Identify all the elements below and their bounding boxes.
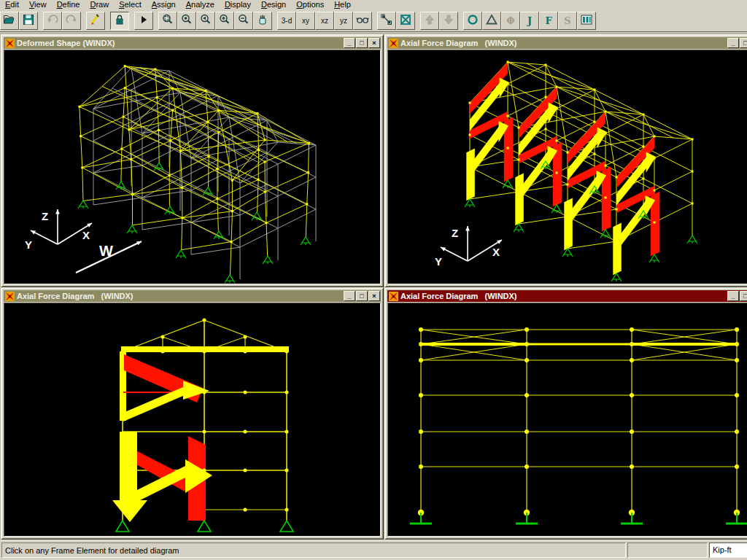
sap2000-app-icon	[5, 292, 15, 301]
maximize-icon[interactable]: □	[740, 38, 747, 48]
axial-force-3d-viewport[interactable]: ZXY	[387, 50, 747, 284]
frame-label-label: F	[545, 15, 551, 26]
show-tables-button[interactable]	[577, 12, 596, 30]
rubber-band-zoom-button[interactable]	[158, 12, 177, 30]
restore-full-view-button[interactable]	[177, 12, 196, 30]
axial-force-elevation-viewport[interactable]	[4, 303, 381, 537]
status-message: Click on any Frame Element for detailed …	[1, 542, 626, 558]
padlock-icon	[113, 13, 126, 28]
menu-edit[interactable]: Edit	[0, 0, 24, 9]
shell-label-button[interactable]: S	[558, 12, 577, 30]
move-down-in-list-button[interactable]	[439, 12, 458, 30]
titlebar[interactable]: Axial Force Diagram (WINDX) _ □ ×	[387, 37, 747, 49]
sap2000-app-icon	[5, 39, 15, 48]
floppy-icon	[22, 13, 35, 28]
window-title: Axial Force Diagram (WINDX)	[400, 292, 727, 300]
assign-frame-button[interactable]	[482, 12, 501, 30]
circle-icon	[466, 13, 479, 28]
shell-label-label: S	[564, 15, 570, 26]
magnifier-minus-icon	[237, 13, 250, 28]
minimize-icon[interactable]: _	[344, 291, 355, 301]
view-xz-button[interactable]: xz	[315, 12, 334, 30]
window-axial-force-elevation-2: Axial Force Diagram (WINDX) _ □ ×	[384, 287, 747, 540]
maximize-icon[interactable]: □	[356, 291, 368, 301]
mdi-workspace: Deformed Shape (WINDX) _ □ × ZXYW Axial …	[0, 33, 747, 540]
x-box-icon	[399, 13, 412, 28]
svg-text:Y: Y	[25, 238, 32, 251]
menu-select[interactable]: Select	[114, 0, 147, 9]
window-axial-force-elevation: Axial Force Diagram (WINDX) _ □ ×	[1, 287, 384, 540]
perspective-toggle-button[interactable]	[353, 12, 372, 30]
menu-draw[interactable]: Draw	[85, 0, 114, 9]
magnifier-back-icon	[199, 13, 212, 28]
toolbar: 3-dxyxzyz ΦJFS	[0, 10, 747, 32]
view-3d-label: 3-d	[282, 17, 292, 25]
svg-text:Y: Y	[435, 255, 442, 268]
window-deformed-shape: Deformed Shape (WINDX) _ □ × ZXYW	[1, 34, 384, 287]
maximize-icon[interactable]: □	[740, 291, 747, 301]
pan-button[interactable]	[253, 12, 272, 30]
svg-text:X: X	[492, 246, 500, 258]
open-model-button[interactable]	[0, 12, 19, 30]
shrink-elements-button[interactable]	[377, 12, 396, 30]
titlebar[interactable]: Axial Force Diagram (WINDX) _ □ ×	[4, 290, 381, 302]
close-icon[interactable]: ×	[368, 38, 380, 48]
close-icon[interactable]: ×	[368, 291, 380, 301]
lock-model-button[interactable]	[110, 12, 129, 30]
arrow-up-icon	[423, 13, 436, 28]
menu-design[interactable]: Design	[256, 0, 291, 9]
redo-arrow-icon	[65, 13, 78, 28]
svg-text:X: X	[82, 229, 90, 241]
view-3d-button[interactable]: 3-d	[277, 12, 296, 30]
sap2000-app-icon	[389, 39, 398, 48]
move-up-in-list-button[interactable]	[420, 12, 439, 30]
menu-help[interactable]: Help	[329, 0, 356, 9]
set-elements-button[interactable]	[396, 12, 415, 30]
view-xz-label: xz	[321, 17, 328, 25]
run-triangle-icon	[137, 13, 150, 28]
grid-icon	[580, 13, 593, 28]
previous-zoom-button[interactable]	[196, 12, 215, 30]
menu-display[interactable]: Display	[220, 0, 256, 9]
folder-open-icon	[3, 13, 16, 28]
view-yz-label: yz	[340, 17, 347, 25]
minimize-icon[interactable]: _	[727, 38, 739, 48]
save-model-button[interactable]	[19, 12, 38, 30]
assign-shell-button[interactable]: Φ	[501, 12, 520, 30]
minimize-icon[interactable]: _	[344, 38, 355, 48]
redo-button[interactable]	[62, 12, 81, 30]
deformed-shape-viewport[interactable]: ZXYW	[4, 50, 381, 284]
zoom-in-button[interactable]	[215, 12, 234, 30]
view-xy-button[interactable]: xy	[296, 12, 315, 30]
units-dropdown[interactable]: Kip-ft	[709, 542, 747, 558]
menu-assign[interactable]: Assign	[147, 0, 181, 9]
draw-mode-button[interactable]	[86, 12, 105, 30]
application-window: EditViewDefineDrawSelectAssignAnalyzeDis…	[0, 0, 747, 560]
pencil-icon	[89, 13, 102, 28]
minimize-icon[interactable]: _	[727, 291, 739, 301]
glasses-icon	[356, 13, 369, 28]
view-yz-button[interactable]: yz	[334, 12, 353, 30]
status-bar: Click on any Frame Element for detailed …	[0, 540, 747, 560]
menu-view[interactable]: View	[24, 0, 52, 9]
view-xy-label: xy	[302, 17, 309, 25]
titlebar[interactable]: Deformed Shape (WINDX) _ □ ×	[4, 37, 381, 49]
menu-options[interactable]: Options	[291, 0, 329, 9]
menu-define[interactable]: Define	[52, 0, 85, 9]
maximize-icon[interactable]: □	[356, 38, 368, 48]
joint-label-button[interactable]: J	[520, 12, 539, 30]
undo-button[interactable]	[43, 12, 62, 30]
svg-text:Z: Z	[42, 210, 48, 222]
triangle-icon	[485, 13, 498, 28]
run-analysis-button[interactable]	[134, 12, 153, 30]
hand-icon	[256, 13, 269, 28]
titlebar[interactable]: Axial Force Diagram (WINDX) _ □ ×	[387, 290, 747, 302]
svg-text:Z: Z	[452, 227, 458, 239]
zoom-out-button[interactable]	[234, 12, 253, 30]
menu-analyze[interactable]: Analyze	[181, 0, 220, 9]
magnifier-rect-icon	[161, 13, 174, 28]
frame-label-button[interactable]: F	[539, 12, 558, 30]
status-panel-secondary	[627, 542, 708, 558]
assign-joint-button[interactable]	[463, 12, 482, 30]
axial-force-elevation-2-viewport[interactable]	[387, 303, 747, 537]
